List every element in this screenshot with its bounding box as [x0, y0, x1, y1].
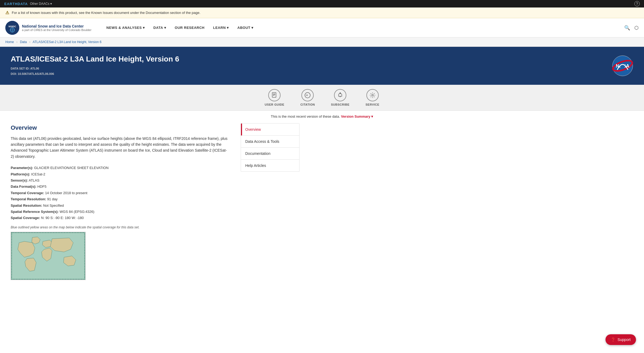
- other-daacs-menu[interactable]: Other DAACs ▾: [30, 2, 52, 6]
- header-icons: 🔍 ⬡: [624, 25, 639, 31]
- dataset-doi: DOI: 10.5067/ATLAS/ATL06.006: [11, 71, 633, 77]
- service-action[interactable]: SERVICE: [366, 89, 379, 106]
- service-label: SERVICE: [366, 103, 379, 106]
- user-guide-action[interactable]: USER GUIDE: [265, 89, 284, 106]
- svg-point-16: [372, 94, 373, 96]
- main-header: NSIDC National Snow and Ice Data Center …: [0, 18, 644, 37]
- svg-text:NSIDC: NSIDC: [9, 25, 16, 28]
- alert-icon: ⚠: [5, 10, 9, 15]
- svg-point-13: [305, 93, 310, 98]
- subscribe-action[interactable]: SUBSCRIBE: [331, 89, 349, 106]
- dataset-id: DATA SET ID: ATL06: [11, 66, 633, 71]
- main-navigation: NEWS & ANALYSES ▾ DATA ▾ OUR RESEARCH LE…: [102, 18, 624, 37]
- earthdata-logo: EARTHDATA: [4, 2, 28, 6]
- nav-about[interactable]: ABOUT ▾: [233, 18, 258, 37]
- breadcrumb-current: ATLAS/ICESat-2 L3A Land Ice Height, Vers…: [33, 40, 101, 44]
- svg-point-15: [340, 93, 341, 93]
- map-note: Blue outlined yellow areas on the map be…: [11, 225, 230, 229]
- breadcrumb-sep-1: ›: [16, 40, 17, 44]
- action-icons-bar: USER GUIDE CITATION SUBSCRIBE: [0, 85, 644, 111]
- overview-description: This data set (ATL06) provides geolocate…: [11, 136, 230, 160]
- logo-text-area: National Snow and Ice Data Center a part…: [22, 24, 91, 32]
- hero-section: ATLAS/ICESat-2 L3A Land Ice Height, Vers…: [0, 47, 644, 85]
- logo-title: National Snow and Ice Data Center: [22, 24, 91, 28]
- sidebar-item-help-articles[interactable]: Help Articles: [241, 160, 299, 171]
- metadata-list: Parameter(s): GLACIER ELEVATION/ICE SHEE…: [11, 165, 230, 221]
- user-guide-icon: [268, 89, 281, 101]
- citation-action[interactable]: CITATION: [300, 89, 315, 106]
- sidebar-item-data-access[interactable]: Data Access & Tools: [241, 136, 299, 148]
- main-content: Overview This data set (ATL06) provides …: [11, 123, 230, 291]
- search-icon[interactable]: 🔍: [624, 25, 630, 31]
- breadcrumb: Home › Data › ATLAS/ICESat-2 L3A Land Ic…: [0, 37, 644, 47]
- dataset-meta: DATA SET ID: ATL06 DOI: 10.5067/ATLAS/AT…: [11, 66, 633, 77]
- metadata-spatial-reference: Spatial Reference System(s): WGS 84 (EPS…: [11, 209, 230, 215]
- content-area: Overview This data set (ATL06) provides …: [0, 123, 644, 291]
- sidebar: Overview Data Access & Tools Documentati…: [241, 123, 300, 291]
- metadata-sensor: Sensor(s): ATLAS: [11, 177, 230, 183]
- nav-data[interactable]: DATA ▾: [149, 18, 171, 37]
- version-notice-text: This is the most recent version of these…: [271, 114, 340, 118]
- metadata-data-format: Data Format(s): HDF5: [11, 183, 230, 190]
- svg-point-8: [620, 63, 625, 68]
- metadata-spatial-resolution: Spatial Resolution: Not Specified: [11, 202, 230, 209]
- svg-rect-9: [272, 93, 276, 97]
- nav-learn[interactable]: LEARN ▾: [209, 18, 233, 37]
- metadata-spatial-coverage: Spatial Coverage: N: 90 S: -90 E: 180 W:…: [11, 215, 230, 221]
- metadata-temporal-coverage: Temporal Coverage: 14 October 2018 to pr…: [11, 190, 230, 196]
- sidebar-item-documentation[interactable]: Documentation: [241, 148, 299, 160]
- nav-news-analyses[interactable]: NEWS & ANALYSES ▾: [102, 18, 149, 37]
- page-title: ATLAS/ICESat-2 L3A Land Ice Height, Vers…: [11, 55, 633, 63]
- nsidc-logo-circle: NSIDC: [5, 21, 19, 35]
- alert-bar: ⚠ For a list of known issues with this p…: [0, 7, 644, 18]
- nav-our-research[interactable]: OUR RESEARCH: [170, 18, 209, 37]
- help-icon[interactable]: ?: [634, 1, 640, 6]
- spatial-coverage-map: [11, 232, 86, 280]
- site-logo[interactable]: NSIDC National Snow and Ice Data Center …: [5, 21, 91, 35]
- version-summary-link[interactable]: Version Summary ▾: [341, 114, 373, 118]
- nasa-logo: NASA: [612, 55, 633, 76]
- breadcrumb-sep-2: ›: [29, 40, 30, 44]
- citation-label: CITATION: [300, 103, 315, 106]
- version-notice: This is the most recent version of these…: [0, 111, 644, 121]
- logo-subtitle: a part of CIRES at the University of Col…: [22, 28, 91, 32]
- metadata-parameters: Parameter(s): GLACIER ELEVATION/ICE SHEE…: [11, 165, 230, 171]
- breadcrumb-home[interactable]: Home: [5, 40, 14, 44]
- service-icon: [366, 89, 379, 101]
- user-guide-label: USER GUIDE: [265, 103, 284, 106]
- overview-title: Overview: [11, 123, 230, 131]
- share-icon[interactable]: ⬡: [634, 25, 639, 31]
- metadata-temporal-resolution: Temporal Resolution: 91 day: [11, 196, 230, 202]
- citation-icon: [301, 89, 314, 101]
- sidebar-item-overview[interactable]: Overview: [241, 124, 299, 136]
- subscribe-icon: [334, 89, 346, 101]
- alert-text: For a list of known issues with this pro…: [12, 11, 200, 15]
- sidebar-navigation: Overview Data Access & Tools Documentati…: [241, 123, 300, 172]
- top-navigation: EARTHDATA Other DAACs ▾ ?: [0, 0, 644, 7]
- breadcrumb-data[interactable]: Data: [20, 40, 27, 44]
- subscribe-label: SUBSCRIBE: [331, 103, 349, 106]
- metadata-platform: Platform(s): ICESat-2: [11, 171, 230, 177]
